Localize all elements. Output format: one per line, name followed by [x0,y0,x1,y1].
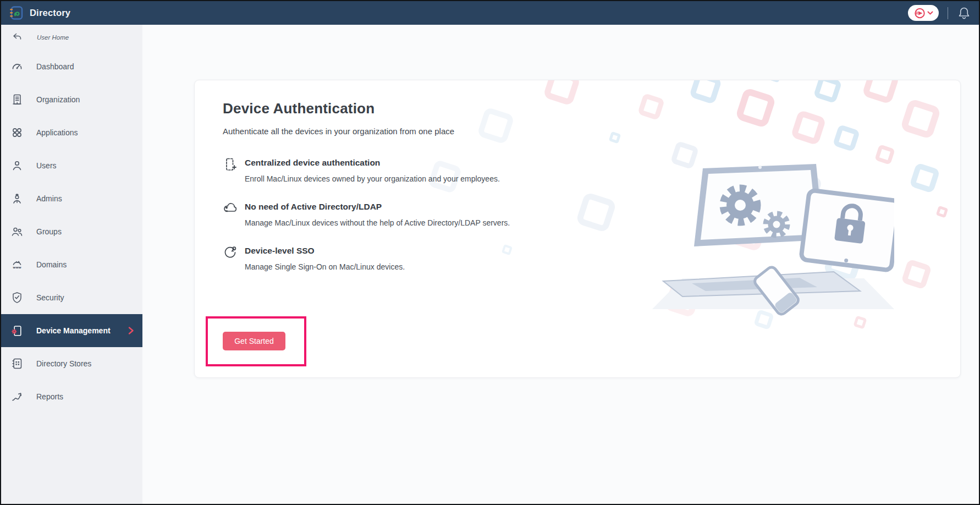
feature-text: Device-level SSO Manage Single Sign-On o… [245,246,405,271]
sidebar-item-label: Security [36,293,64,302]
device-management-icon [10,324,24,337]
page-subtitle: Authenticate all the devices in your org… [223,127,960,136]
feature-title: Device-level SSO [245,246,405,256]
chevron-right-icon [127,326,135,335]
sidebar-item-groups[interactable]: Groups [1,215,142,248]
sidebar-item-label: Dashboard [36,62,74,71]
sidebar-item-label: Device Management [36,326,111,335]
sidebar-item-reports[interactable]: Reports [1,380,142,413]
sidebar-item-label: Reports [36,392,63,401]
feature-title: Centralized device authentication [245,158,500,168]
sidebar-item-label: Groups [36,227,62,236]
chevron-down-icon [927,11,933,15]
feature-title: No need of Active Directory/LDAP [245,202,510,212]
feature-description: Manage Single Sign-On on Mac/Linux devic… [245,262,405,271]
bell-icon [958,7,970,20]
cloud-user-icon [223,201,238,216]
groups-icon [10,225,24,238]
users-icon [10,159,24,172]
feature-no-active-directory: No need of Active Directory/LDAP Manage … [223,202,641,227]
sidebar-item-label: Domains [36,260,67,269]
sidebar-item-label: Admins [36,194,62,203]
feature-description: Manage Mac/Linux devices without the hel… [245,218,510,227]
account-avatar-icon [913,7,926,19]
admins-icon [10,192,24,205]
device-add-icon [223,157,238,172]
feature-device-level-sso: Device-level SSO Manage Single Sign-On o… [223,246,641,271]
sidebar-item-label: Users [36,161,57,170]
domains-icon: www [10,258,24,271]
topbar: Directory [1,1,979,25]
topbar-actions [908,5,971,21]
get-started-button[interactable]: Get Started [223,332,285,350]
back-arrow-icon [10,31,24,44]
directory-logo-icon [9,6,24,20]
app-window: Directory [0,0,980,505]
directory-stores-icon [10,357,24,370]
security-shield-icon [10,291,24,304]
sidebar-item-user-home[interactable]: User Home [1,25,142,50]
sidebar-item-directory-stores[interactable]: Directory Stores [1,347,142,380]
account-menu-button[interactable] [908,5,939,21]
sidebar-item-admins[interactable]: Admins [1,182,142,215]
sidebar-item-organization[interactable]: Organization [1,83,142,116]
sidebar-item-label: User Home [37,34,69,41]
sidebar-item-device-management[interactable]: Device Management [1,314,142,347]
feature-list: Centralized device authentication Enroll… [223,158,960,271]
organization-icon [10,93,24,106]
topbar-divider [948,7,948,19]
applications-icon [10,126,24,139]
device-authentication-card: Device Authentication Authenticate all t… [194,80,961,378]
sidebar-item-label: Directory Stores [36,359,91,368]
sidebar-item-applications[interactable]: Applications [1,116,142,149]
app-title: Directory [30,8,70,18]
page-title: Device Authentication [223,100,960,117]
svg-text:www: www [13,266,21,269]
sidebar-item-security[interactable]: Security [1,281,142,314]
brand: Directory [9,6,70,20]
card-inner: Device Authentication Authenticate all t… [195,80,960,377]
sidebar-item-dashboard[interactable]: Dashboard [1,50,142,83]
sidebar-item-users[interactable]: Users [1,149,142,182]
dashboard-icon [10,60,24,73]
sidebar: User Home Dashboard Organization [1,25,142,504]
feature-description: Enroll Mac/Linux devices owned by your o… [245,174,500,183]
sidebar-item-domains[interactable]: www Domains [1,248,142,281]
main-content: Device Authentication Authenticate all t… [142,25,979,504]
feature-text: No need of Active Directory/LDAP Manage … [245,202,510,227]
sso-key-icon [223,245,238,260]
notifications-button[interactable] [957,6,971,20]
feature-centralized-authentication: Centralized device authentication Enroll… [223,158,641,183]
feature-text: Centralized device authentication Enroll… [245,158,500,183]
sidebar-item-label: Organization [36,95,80,104]
reports-icon [10,390,24,403]
sidebar-item-label: Applications [36,128,78,137]
